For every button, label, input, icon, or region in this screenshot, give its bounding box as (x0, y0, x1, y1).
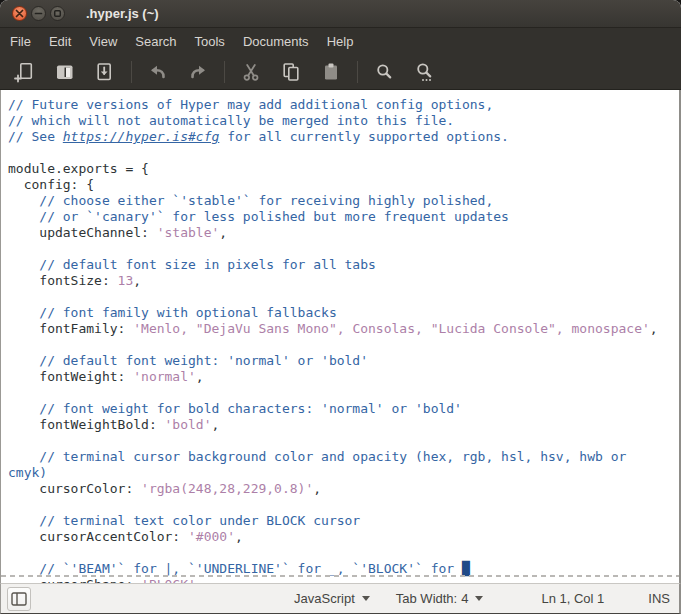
code-line (8, 545, 679, 561)
code-segment: cursorAccentColor: (8, 529, 188, 544)
cut-icon (240, 61, 262, 83)
code-segment: fontWeight: (8, 369, 133, 384)
code-segment: '#000' (188, 529, 235, 544)
code-line (8, 289, 679, 305)
side-panel-icon (11, 592, 27, 606)
find-and-replace-icon (413, 61, 435, 83)
code-segment: , (313, 481, 321, 496)
close-icon (15, 9, 24, 18)
code-segment: , (219, 225, 227, 240)
code-line: // See https://hyper.is#cfg for all curr… (8, 129, 679, 145)
menu-item-help[interactable]: Help (318, 28, 363, 55)
save-document-button[interactable] (90, 58, 120, 86)
menu-item-view[interactable]: View (80, 28, 126, 55)
cut-button[interactable] (236, 58, 266, 86)
tab-width-value: 4 (461, 591, 468, 606)
redo-icon (187, 61, 209, 83)
code-segment: 'stable' (157, 225, 220, 240)
open-document-icon (54, 61, 76, 83)
code-segment: // terminal text color under BLOCK curso… (8, 513, 360, 528)
save-document-icon (94, 61, 116, 83)
menubar: FileEditViewSearchToolsDocumentsHelp (0, 28, 681, 55)
menu-item-documents[interactable]: Documents (234, 28, 318, 55)
code-segment: , (212, 417, 220, 432)
code-line: fontSize: 13, (8, 273, 679, 289)
redo-button[interactable] (183, 58, 213, 86)
statusbar: JavaScript Tab Width: 4 Ln 1, Col 1 INS (0, 583, 681, 614)
paste-icon (320, 61, 342, 83)
editor-content: // Future versions of Hyper may add addi… (8, 97, 679, 583)
code-segment: cursorShape: (8, 577, 141, 583)
code-segment: for all currently supported options. (219, 129, 509, 144)
code-segment: cmyk) (8, 465, 47, 480)
tab-width-selector[interactable]: Tab Width: 4 (396, 591, 484, 606)
code-line: // terminal text color under BLOCK curso… (8, 513, 679, 529)
code-segment: updateChannel: (8, 225, 157, 240)
toolbar (0, 55, 681, 90)
code-line: // font weight for bold characters: 'nor… (8, 401, 679, 417)
code-line: // Future versions of Hyper may add addi… (8, 97, 679, 113)
chevron-down-icon (475, 596, 483, 601)
code-segment: , (650, 321, 658, 336)
find-icon (373, 61, 395, 83)
code-line: cursorShape: 'BLOCK', (8, 577, 679, 583)
block-cursor-glyph: █ (462, 561, 470, 576)
tab-width-label: Tab Width: (396, 591, 457, 606)
code-line: fontWeightBold: 'bold', (8, 417, 679, 433)
code-segment: // default font weight: 'normal' or 'bol… (8, 353, 368, 368)
paste-button[interactable] (316, 58, 346, 86)
code-line: fontFamily: 'Menlo, "DejaVu Sans Mono", … (8, 321, 679, 337)
code-segment: // `'BEAM'` for |, `'UNDERLINE'` for _, … (8, 561, 462, 576)
code-segment: 'BLOCK' (141, 577, 196, 583)
code-segment: 'normal' (133, 369, 196, 384)
maximize-button[interactable] (50, 6, 65, 21)
open-document-button[interactable] (50, 58, 80, 86)
code-line: // font family with optional fallbacks (8, 305, 679, 321)
maximize-icon (53, 9, 62, 18)
code-line: cursorAccentColor: '#000', (8, 529, 679, 545)
menu-item-file[interactable]: File (1, 28, 40, 55)
menu-item-search[interactable]: Search (126, 28, 185, 55)
close-button[interactable] (12, 6, 27, 21)
window-controls (12, 6, 65, 21)
new-document-button[interactable] (10, 58, 40, 86)
code-segment: fontWeightBold: (8, 417, 165, 432)
code-segment: config: { (8, 177, 94, 192)
minimize-icon (34, 9, 43, 18)
code-segment: // Future versions of Hyper may add addi… (8, 97, 493, 112)
code-line (8, 385, 679, 401)
minimize-button[interactable] (31, 6, 46, 21)
code-line: // default font weight: 'normal' or 'bol… (8, 353, 679, 369)
copy-icon (280, 61, 302, 83)
menu-item-tools[interactable]: Tools (186, 28, 234, 55)
language-selector[interactable]: JavaScript (294, 591, 370, 606)
code-segment: , (133, 273, 141, 288)
titlebar: .hyper.js (~) (0, 0, 681, 28)
code-line: cmyk) (8, 465, 679, 481)
menu-item-edit[interactable]: Edit (40, 28, 80, 55)
code-line: config: { (8, 177, 679, 193)
code-segment: 'bold' (165, 417, 212, 432)
undo-button[interactable] (143, 58, 173, 86)
side-panel-toggle-button[interactable] (7, 587, 31, 611)
code-line: fontWeight: 'normal', (8, 369, 679, 385)
editor[interactable]: // Future versions of Hyper may add addi… (0, 90, 681, 583)
code-line: // which will not automatically be merge… (8, 113, 679, 129)
code-segment: fontSize: (8, 273, 118, 288)
cursor-position: Ln 1, Col 1 (541, 591, 604, 606)
code-segment: , (196, 369, 204, 384)
find-button[interactable] (369, 58, 399, 86)
code-segment: 'Menlo, "DejaVu Sans Mono", Consolas, "L… (133, 321, 650, 336)
code-segment: // terminal cursor background color and … (8, 449, 626, 464)
copy-button[interactable] (276, 58, 306, 86)
code-segment: // choose either `'stable'` for receivin… (8, 193, 493, 208)
code-line: // choose either `'stable'` for receivin… (8, 193, 679, 209)
hyperlink-text: https://hyper.is#cfg (63, 129, 220, 144)
code-segment: // or `'canary'` for less polished but m… (8, 209, 509, 224)
code-segment: , (235, 529, 243, 544)
window-title: .hyper.js (~) (86, 6, 159, 21)
code-segment: // font weight for bold characters: 'nor… (8, 401, 462, 416)
new-document-icon (14, 61, 36, 83)
find-and-replace-button[interactable] (409, 58, 439, 86)
toolbar-separator (357, 61, 358, 83)
